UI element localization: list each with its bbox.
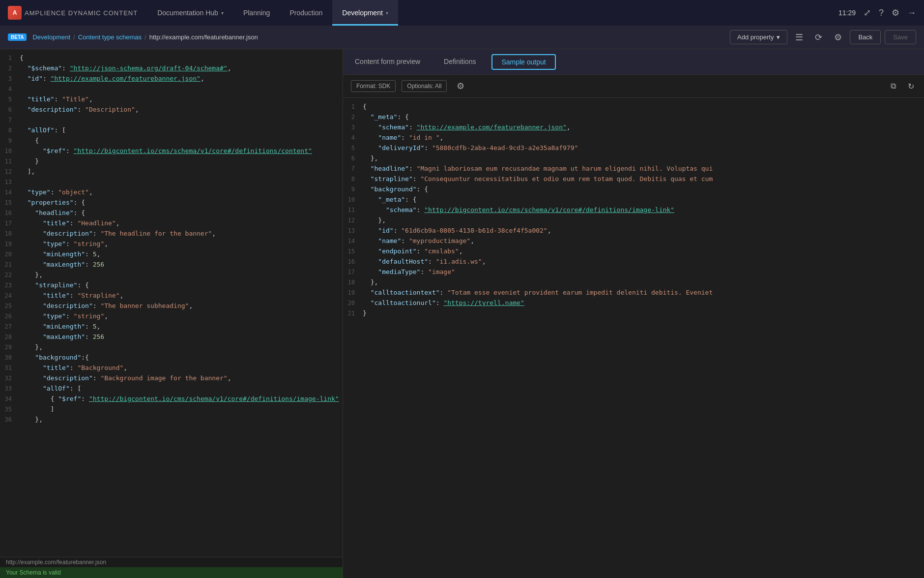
code-editor-pane: 1{ 2 "$schema": "http://json-schema.org/… bbox=[0, 49, 343, 578]
output-line-10: 10 "_meta": { bbox=[343, 195, 924, 205]
output-line-20: 20 "calltoactionurl": "https://tyrell.na… bbox=[343, 298, 924, 308]
code-line-11: 11 } bbox=[0, 156, 343, 167]
output-line-9: 9 "background": { bbox=[343, 184, 924, 195]
brand-logo-area: A AMPLIENCE DYNAMIC CONTENT bbox=[8, 6, 138, 20]
preview-tabs-bar: Content form preview Definitions Sample … bbox=[343, 49, 924, 75]
code-line-12: 12 ], bbox=[0, 167, 343, 177]
code-line-15: 15 "properties": { bbox=[0, 198, 343, 208]
code-line-18: 18 "description": "The headline for the … bbox=[0, 229, 343, 239]
code-line-4: 4 bbox=[0, 84, 343, 94]
code-line-28: 28 "maxLength": 256 bbox=[0, 332, 343, 342]
output-line-18: 18 }, bbox=[343, 277, 924, 288]
code-line-27: 27 "minLength": 5, bbox=[0, 322, 343, 332]
output-line-13: 13 "id": "61d6cb9a-0805-4138-b61d-38cef4… bbox=[343, 226, 924, 236]
optionals-all-button[interactable]: Optionals: All bbox=[402, 80, 447, 92]
back-button[interactable]: Back bbox=[850, 30, 881, 44]
output-line-7: 7 "headline": "Magni laboriosam eum recu… bbox=[343, 164, 924, 174]
refresh-icon[interactable]: ↻ bbox=[906, 80, 916, 93]
nav-tab-planning[interactable]: Planning bbox=[233, 0, 280, 26]
format-sdk-button[interactable]: Format: SDK bbox=[351, 80, 396, 92]
beta-badge: BETA bbox=[8, 33, 27, 41]
code-line-22: 22 }, bbox=[0, 270, 343, 280]
code-line-6: 6 "description": "Description", bbox=[0, 105, 343, 115]
output-line-4: 4 "name": "id in ", bbox=[343, 133, 924, 143]
chevron-down-icon: ▾ bbox=[777, 33, 780, 41]
filter-sliders-icon[interactable]: ⚙ bbox=[453, 79, 468, 93]
code-line-21: 21 "maxLength": 256 bbox=[0, 260, 343, 270]
output-line-2: 2 "_meta": { bbox=[343, 112, 924, 122]
sub-header-actions: Add property ▾ ☰ ⟳ ⚙ Back Save bbox=[730, 30, 916, 45]
code-line-10: 10 "$ref": "http://bigcontent.io/cms/sch… bbox=[0, 146, 343, 156]
code-line-36: 36 }, bbox=[0, 415, 343, 425]
tab-definitions[interactable]: Definitions bbox=[432, 51, 488, 73]
help-icon[interactable]: ? bbox=[879, 8, 884, 18]
output-line-17: 17 "mediaType": "image" bbox=[343, 267, 924, 277]
code-line-25: 25 "description": "The banner subheading… bbox=[0, 301, 343, 311]
clock-display: 11:29 bbox=[838, 9, 856, 17]
main-area: 1{ 2 "$schema": "http://json-schema.org/… bbox=[0, 49, 924, 578]
output-line-6: 6 }, bbox=[343, 153, 924, 164]
tab-content-form-preview[interactable]: Content form preview bbox=[343, 51, 432, 73]
settings-icon[interactable]: ⚙ bbox=[892, 7, 899, 18]
code-line-32: 32 "description": "Background image for … bbox=[0, 373, 343, 384]
history-icon[interactable]: ⟳ bbox=[811, 30, 826, 45]
nav-tab-documentation-hub[interactable]: Documentation Hub ▾ bbox=[147, 0, 233, 26]
tab-sample-output[interactable]: Sample output bbox=[491, 54, 555, 70]
code-line-14: 14 "type": "object", bbox=[0, 187, 343, 198]
brand-icon: A bbox=[8, 6, 22, 20]
code-line-17: 17 "title": "Headline", bbox=[0, 218, 343, 229]
code-line-23: 23 "strapline": { bbox=[0, 280, 343, 291]
add-property-button[interactable]: Add property ▾ bbox=[730, 30, 787, 44]
breadcrumb-content-type-schemas[interactable]: Content type schemas bbox=[78, 33, 142, 41]
settings-sliders-icon[interactable]: ⚙ bbox=[830, 30, 846, 45]
output-line-1: 1{ bbox=[343, 102, 924, 112]
code-line-26: 26 "type": "string", bbox=[0, 311, 343, 322]
code-line-30: 30 "background":{ bbox=[0, 353, 343, 363]
code-line-13: 13 bbox=[0, 177, 343, 187]
code-line-8: 8 "allOf": [ bbox=[0, 125, 343, 136]
save-button[interactable]: Save bbox=[885, 30, 916, 44]
output-line-11: 11 "schema": "http://bigcontent.io/cms/s… bbox=[343, 205, 924, 215]
preview-pane: Content form preview Definitions Sample … bbox=[343, 49, 924, 578]
output-line-3: 3 "schema": "http://example.com/featureb… bbox=[343, 122, 924, 133]
brand-name: AMPLIENCE DYNAMIC CONTENT bbox=[25, 9, 138, 17]
code-line-20: 20 "minLength": 5, bbox=[0, 249, 343, 260]
output-line-16: 16 "defaultHost": "i1.adis.ws", bbox=[343, 257, 924, 267]
output-line-14: 14 "name": "myproductimage", bbox=[343, 236, 924, 246]
chevron-down-icon: ▾ bbox=[221, 10, 224, 16]
code-line-3: 3 "id": "http://example.com/featurebanne… bbox=[0, 74, 343, 84]
breadcrumb-sep-1: / bbox=[73, 33, 75, 41]
output-line-19: 19 "calltoactiontext": "Totam esse eveni… bbox=[343, 288, 924, 298]
code-line-16: 16 "headline": { bbox=[0, 208, 343, 218]
expand-icon[interactable]: ⤢ bbox=[864, 7, 871, 18]
output-line-21: 21} bbox=[343, 308, 924, 319]
output-line-15: 15 "endpoint": "cmslabs", bbox=[343, 246, 924, 257]
code-line-1: 1{ bbox=[0, 53, 343, 63]
sample-output-code[interactable]: 1{ 2 "_meta": { 3 "schema": "http://exam… bbox=[343, 98, 924, 578]
code-line-35: 35 ] bbox=[0, 404, 343, 415]
nav-tabs: Documentation Hub ▾ Planning Production … bbox=[147, 0, 838, 26]
code-line-19: 19 "type": "string", bbox=[0, 239, 343, 249]
nav-tab-development[interactable]: Development ▾ bbox=[332, 0, 398, 26]
code-editor[interactable]: 1{ 2 "$schema": "http://json-schema.org/… bbox=[0, 49, 343, 557]
code-line-33: 33 "allOf": [ bbox=[0, 384, 343, 394]
code-line-7: 7 bbox=[0, 115, 343, 125]
breadcrumb-sep-2: / bbox=[144, 33, 146, 41]
breadcrumb-development[interactable]: Development bbox=[32, 33, 70, 41]
output-line-12: 12 }, bbox=[343, 215, 924, 226]
chevron-down-icon: ▾ bbox=[386, 10, 388, 16]
view-toggle-icon[interactable]: ☰ bbox=[791, 30, 807, 45]
code-line-29: 29 }, bbox=[0, 342, 343, 353]
sub-header: BETA Development / Content type schemas … bbox=[0, 26, 924, 49]
top-navigation: A AMPLIENCE DYNAMIC CONTENT Documentatio… bbox=[0, 0, 924, 26]
output-line-5: 5 "deliveryId": "5880cdfb-2aba-4ead-9cd3… bbox=[343, 143, 924, 153]
breadcrumb: Development / Content type schemas / htt… bbox=[32, 33, 258, 41]
copy-icon[interactable]: ⧉ bbox=[889, 80, 898, 92]
nav-tab-production[interactable]: Production bbox=[280, 0, 332, 26]
nav-right-area: 11:29 ⤢ ? ⚙ → bbox=[838, 7, 916, 18]
user-logout-icon[interactable]: → bbox=[907, 8, 916, 18]
preview-toolbar: Format: SDK Optionals: All ⚙ ⧉ ↻ bbox=[343, 75, 924, 98]
code-line-9: 9 { bbox=[0, 136, 343, 146]
code-line-5: 5 "title": "Title", bbox=[0, 94, 343, 105]
breadcrumb-current: http://example.com/featurebanner.json bbox=[149, 33, 258, 41]
